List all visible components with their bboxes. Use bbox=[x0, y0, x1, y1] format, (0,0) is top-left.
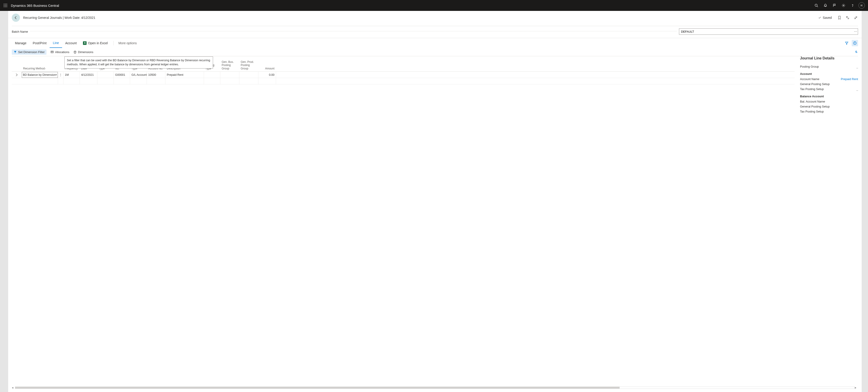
popout-icon[interactable] bbox=[845, 16, 850, 20]
app-topbar: Dynamics 365 Business Central IK bbox=[0, 0, 868, 11]
more-options-button[interactable]: More options bbox=[119, 41, 137, 45]
scroll-right-icon[interactable]: ▶ bbox=[855, 387, 858, 389]
pin-icon[interactable] bbox=[855, 50, 858, 54]
set-dimension-filter-button[interactable]: Set Dimension Filter bbox=[12, 50, 46, 55]
app-title: Dynamics 365 Business Central bbox=[11, 4, 59, 7]
svg-point-9 bbox=[815, 4, 817, 6]
general-posting-setup-label: General Posting Setup bbox=[800, 82, 830, 86]
svg-line-10 bbox=[817, 6, 818, 7]
notification-bell-icon[interactable] bbox=[821, 0, 830, 11]
posting-group-value: _ bbox=[857, 65, 858, 68]
back-button[interactable] bbox=[12, 13, 20, 22]
dotted-leader bbox=[30, 31, 677, 31]
grid-area: Set a filter that can be used with the B… bbox=[12, 56, 795, 386]
tab-account[interactable]: Account bbox=[62, 38, 80, 48]
batch-name-input[interactable] bbox=[679, 28, 858, 35]
bal-tax-posting-setup-label: Tax Posting Setup bbox=[800, 110, 824, 113]
settings-gear-icon[interactable] bbox=[839, 0, 848, 11]
batch-name-label: Batch Name bbox=[12, 30, 28, 33]
svg-point-3 bbox=[4, 5, 4, 6]
allocations-button[interactable]: Allocations bbox=[51, 50, 69, 54]
scroll-left-icon[interactable]: ◀ bbox=[12, 387, 15, 389]
dimensions-label: Dimensions bbox=[78, 50, 93, 54]
dimensions-button[interactable]: Dimensions bbox=[73, 50, 93, 54]
svg-point-2 bbox=[7, 4, 7, 4]
recurring-method-dropdown[interactable]: BD Balance by Dimension ▾ bbox=[22, 72, 58, 78]
bookmark-icon[interactable] bbox=[837, 16, 842, 20]
svg-point-7 bbox=[5, 7, 6, 7]
col-recurring-method[interactable]: Recurring Method bbox=[22, 67, 58, 72]
svg-point-15 bbox=[855, 42, 855, 43]
app-launcher-icon[interactable] bbox=[2, 2, 9, 9]
set-dimension-filter-label: Set Dimension Filter bbox=[18, 50, 44, 54]
dimensions-icon bbox=[73, 50, 76, 54]
cell-account-type[interactable]: G/L Account bbox=[130, 72, 147, 78]
svg-point-0 bbox=[4, 4, 4, 4]
cell-posting-date[interactable]: 4/12/2021 bbox=[80, 72, 97, 78]
cell-document-no[interactable]: G00001 bbox=[114, 72, 130, 78]
account-name-value[interactable]: Prepaid Rent bbox=[841, 77, 858, 81]
cell-recurring-frequency[interactable]: 1M bbox=[63, 72, 80, 78]
cell-amount[interactable]: 0.00 bbox=[258, 72, 276, 78]
info-icon[interactable] bbox=[852, 40, 858, 46]
col-gen-prod-posting-group[interactable]: Gen. Prod. Posting Group bbox=[239, 60, 258, 72]
cell-gen-prod-posting-group[interactable] bbox=[239, 72, 258, 78]
lookup-ellipsis-icon[interactable]: ⋯ bbox=[854, 30, 857, 33]
cell-gen-bus-posting-group[interactable] bbox=[220, 72, 239, 78]
cell-gen-posting-type[interactable] bbox=[204, 72, 220, 78]
search-icon[interactable] bbox=[812, 0, 821, 11]
filter-icon[interactable] bbox=[843, 40, 850, 46]
row-selector-icon[interactable] bbox=[12, 73, 22, 77]
saved-label: Saved bbox=[823, 16, 832, 20]
svg-point-4 bbox=[5, 5, 6, 6]
cell-description[interactable]: Prepaid Rent bbox=[165, 72, 204, 78]
tax-posting-setup-value: _ bbox=[857, 87, 858, 91]
tooltip: Set a filter that can be used with the B… bbox=[64, 56, 213, 68]
svg-rect-16 bbox=[51, 51, 54, 53]
allocations-icon bbox=[51, 50, 54, 54]
svg-point-8 bbox=[7, 7, 7, 7]
cell-document-type[interactable] bbox=[97, 72, 114, 78]
account-section-heading: Account bbox=[800, 72, 858, 76]
empty-row[interactable] bbox=[12, 78, 795, 84]
col-amount[interactable]: Amount bbox=[258, 67, 276, 72]
col-gen-bus-posting-group[interactable]: Gen. Bus. Posting Group bbox=[220, 60, 239, 72]
grid-row[interactable]: BD Balance by Dimension ▾ F Fixed V Vari… bbox=[12, 72, 795, 78]
cell-account-no[interactable]: 10500 bbox=[147, 72, 165, 78]
svg-point-6 bbox=[4, 7, 4, 7]
right-gutter bbox=[862, 11, 868, 392]
scroll-thumb[interactable] bbox=[15, 387, 620, 389]
horizontal-scrollbar[interactable]: ◀ ▶ bbox=[8, 386, 862, 389]
user-avatar[interactable]: IK bbox=[859, 2, 865, 9]
saved-indicator: Saved bbox=[818, 16, 832, 20]
tab-post-print[interactable]: Post/Print bbox=[30, 38, 50, 48]
main-card: Recurring General Journals | Work Date: … bbox=[8, 11, 862, 392]
tab-line[interactable]: Line bbox=[50, 38, 62, 48]
svg-point-1 bbox=[5, 4, 6, 4]
flag-icon[interactable] bbox=[830, 0, 839, 11]
svg-point-5 bbox=[7, 5, 7, 6]
checkmark-icon bbox=[818, 16, 821, 19]
tab-manage[interactable]: Manage bbox=[12, 38, 30, 48]
help-icon[interactable] bbox=[848, 0, 857, 11]
excel-icon: X bbox=[83, 41, 87, 45]
open-in-excel-button[interactable]: X Open in Excel bbox=[80, 38, 111, 48]
collapse-icon[interactable] bbox=[854, 16, 858, 20]
posting-group-label: Posting Group bbox=[800, 65, 819, 68]
funnel-icon bbox=[13, 50, 17, 54]
bal-account-name-label: Bal. Account Name bbox=[800, 100, 825, 103]
details-panel: Journal Line Details Posting Group _ Acc… bbox=[795, 56, 858, 386]
details-heading: Journal Line Details bbox=[800, 56, 858, 60]
row-actions-icon[interactable]: ⋮ bbox=[59, 72, 62, 78]
bal-general-posting-setup-label: General Posting Setup bbox=[800, 105, 830, 108]
left-gutter bbox=[0, 11, 8, 392]
allocations-label: Allocations bbox=[55, 50, 69, 54]
scroll-track[interactable] bbox=[15, 387, 855, 389]
balance-account-heading: Balance Account bbox=[800, 94, 858, 98]
chevron-down-icon: ▾ bbox=[56, 74, 57, 76]
svg-point-11 bbox=[843, 5, 844, 6]
account-name-label: Account Name bbox=[800, 77, 819, 81]
tax-posting-setup-label: Tax Posting Setup bbox=[800, 87, 824, 91]
open-in-excel-label: Open in Excel bbox=[88, 41, 107, 45]
recurring-method-value: BD Balance by Dimension bbox=[23, 73, 56, 77]
